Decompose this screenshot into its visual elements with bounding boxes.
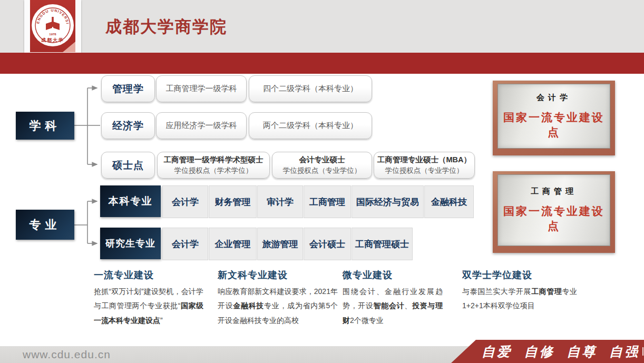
- subject-fintech: 金融科技: [424, 185, 474, 218]
- seal-bottom-text: 成都大学: [41, 37, 64, 43]
- header-red-bar: [0, 53, 644, 74]
- node-masters-detail-1: 工商管理一级学科学术型硕士 学位授权点（学术学位）: [157, 152, 270, 179]
- node-masters: 硕士点: [101, 152, 155, 179]
- grad-accounting-masters: 会计硕士: [304, 228, 351, 260]
- group-label-disciplines: 学科: [16, 112, 74, 140]
- column-heading-micro-majors: 微专业建设: [343, 269, 393, 281]
- group-label-majors: 专业: [16, 210, 74, 240]
- node-masters-detail-2: 会计专业硕士 学位授权点（专业学位）: [272, 152, 372, 179]
- grad-mba: 工商管理硕士: [352, 228, 413, 260]
- subject-auditing: 审计学: [257, 185, 303, 218]
- plaque-plate: 会计学 国家一流专业建设点: [497, 84, 610, 149]
- footer-motto-band: 自爱 自修 自尊 自强: [447, 340, 644, 363]
- column-body-dual-degree: 与泰国兰实大学开展工商管理专业1+2+1本科双学位项目: [462, 284, 577, 313]
- row-label-undergraduate: 本科专业: [100, 185, 161, 217]
- plaque-subtitle: 国家一流专业建设点: [498, 110, 610, 140]
- grad-enterprise-management: 企业管理: [209, 228, 257, 260]
- subject-business-admin: 工商管理: [304, 185, 351, 218]
- plaque-plate: 工商管理 国家一流专业建设点: [497, 174, 610, 246]
- row-label-graduate: 研究生专业: [100, 228, 161, 259]
- column-heading-dual-degree: 双学士学位建设: [462, 269, 532, 281]
- plaque-photo-accounting: 会计学 国家一流专业建设点: [493, 81, 615, 155]
- column-body-micro-majors: 围绕会计、金融行业发展趋势，开设智能会计、投资与理财2个微专业: [343, 284, 443, 328]
- plaque-subtitle: 国家一流专业建设点: [498, 204, 610, 233]
- plaque-photo-business-admin: 工商管理 国家一流专业建设点: [493, 171, 615, 253]
- university-seal-icon: CHENGDU UNIVERSITY 1978 成都大学: [30, 2, 75, 49]
- grad-accounting: 会计学: [162, 228, 208, 260]
- node-masters-detail-3: 工商管理专业硕士（MBA） 学位授权点（专业学位）: [374, 152, 475, 179]
- header-band: [0, 0, 644, 53]
- node-management-detail-2: 四个二级学科（本科专业）: [249, 75, 372, 102]
- node-economics: 经济学: [101, 112, 155, 139]
- node-economics-detail-1: 应用经济学一级学科: [156, 112, 247, 139]
- grad-tourism-management: 旅游管理: [257, 228, 303, 260]
- website-url: www.cdu.edu.cn: [23, 348, 111, 361]
- seal-year: 1978: [49, 33, 56, 36]
- column-heading-new-liberal-arts: 新文科专业建设: [218, 269, 288, 281]
- column-body-new-liberal-arts: 响应教育部新文科建设要求，2021年开设金融科技专业，成为省内第5个开设金融科技…: [218, 284, 338, 328]
- subject-accounting: 会计学: [162, 185, 208, 218]
- column-body-first-class: 抢抓“双万计划”建设契机，会计学与工商管理两个专业获批“国家级一流本科专业建设点…: [94, 284, 203, 328]
- school-motto: 自爱 自修 自尊 自强: [482, 343, 640, 360]
- node-management: 管理学: [101, 75, 155, 102]
- node-economics-detail-2: 两个二级学科（本科专业）: [249, 112, 372, 139]
- seal-tower: [52, 17, 54, 27]
- plaque-title: 工商管理: [498, 187, 610, 197]
- column-heading-first-class: 一流专业建设: [94, 269, 154, 281]
- subject-intl-economics-trade: 国际经济与贸易: [352, 185, 424, 218]
- node-management-detail-1: 工商管理学一级学科: [156, 75, 247, 102]
- page-title: 成都大学商学院: [105, 16, 227, 38]
- plaque-title: 会计学: [498, 93, 610, 103]
- slide: CHENGDU UNIVERSITY 1978 成都大学 成都大学商学院 学科: [0, 0, 644, 363]
- subject-financial-management: 财务管理: [209, 185, 257, 218]
